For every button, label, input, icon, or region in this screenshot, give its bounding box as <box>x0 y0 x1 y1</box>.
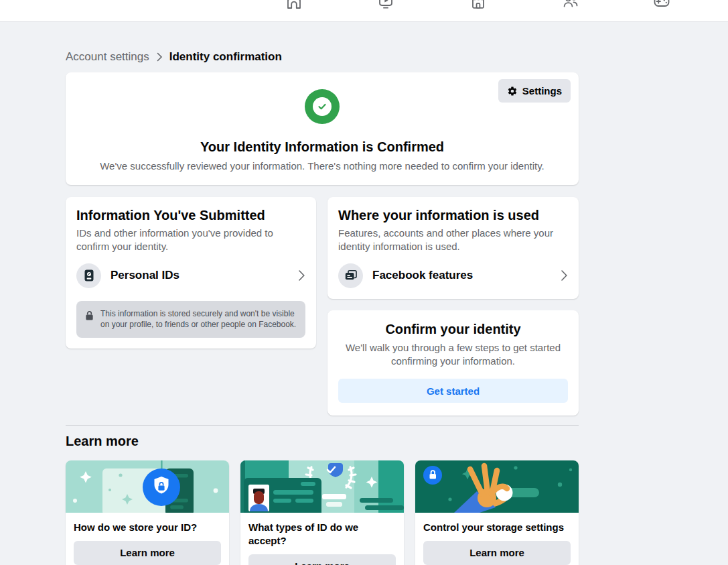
learn-card-store-id: How do we store your ID? Learn more <box>66 460 229 565</box>
identity-confirmed-card: Settings Your Identity Information is Co… <box>66 72 579 185</box>
privacy-note: This information is stored securely and … <box>76 301 305 338</box>
privacy-note-text: This information is stored securely and … <box>100 308 297 330</box>
get-started-button[interactable]: Get started <box>338 379 568 403</box>
learn-more-button[interactable]: Learn more <box>423 541 571 565</box>
submitted-card-description: IDs and other information you've provide… <box>76 227 305 253</box>
cards-stack-icon <box>338 263 363 288</box>
information-submitted-card: Information You've Submitted IDs and oth… <box>66 197 316 349</box>
learn-card-storage-settings: Control your storage settings Learn more <box>415 460 579 565</box>
section-divider <box>66 425 579 426</box>
breadcrumb-account-settings[interactable]: Account settings <box>66 50 149 64</box>
settings-button-label: Settings <box>522 85 562 97</box>
learn-card-id-types: What types of ID do we accept? Learn mor… <box>240 460 404 565</box>
id-badge-icon <box>76 263 101 288</box>
main-content: Account settings Identity confirmation S… <box>66 50 579 565</box>
page-title: Your Identity Information is Confirmed <box>82 139 563 155</box>
chevron-right-icon <box>156 52 163 62</box>
store-id-illustration <box>66 460 229 513</box>
home-icon[interactable] <box>285 0 303 11</box>
facebook-features-row[interactable]: Facebook features <box>338 263 568 288</box>
learn-more-button[interactable]: Learn more <box>248 554 396 565</box>
top-navigation-bar <box>0 0 728 22</box>
success-check-icon <box>305 89 340 124</box>
learn-card-title: What types of ID do we accept? <box>248 521 396 548</box>
confirm-identity-card: Confirm your identity We'll walk you thr… <box>327 310 579 416</box>
where-information-used-card: Where your information is used Features,… <box>327 197 579 299</box>
id-types-illustration <box>240 460 404 513</box>
learn-card-title: Control your storage settings <box>423 521 571 534</box>
chevron-right-icon <box>560 269 568 281</box>
breadcrumb: Account settings Identity confirmation <box>66 50 579 64</box>
personal-ids-label: Personal IDs <box>111 269 179 282</box>
learn-card-title: How do we store your ID? <box>74 521 221 534</box>
usage-card-description: Features, accounts and other places wher… <box>338 227 568 253</box>
facebook-features-label: Facebook features <box>372 269 473 282</box>
breadcrumb-current-page: Identity confirmation <box>169 50 282 64</box>
groups-icon[interactable] <box>561 0 580 11</box>
storage-settings-illustration <box>415 460 579 513</box>
gaming-icon[interactable] <box>652 0 671 11</box>
personal-ids-row[interactable]: Personal IDs <box>76 263 305 288</box>
confirm-card-description: We'll walk you through a few steps to ge… <box>338 341 568 368</box>
page-description: We've successfully reviewed your informa… <box>84 160 560 173</box>
learn-more-button[interactable]: Learn more <box>74 541 221 565</box>
usage-card-title: Where your information is used <box>338 208 568 223</box>
confirm-card-title: Confirm your identity <box>338 322 568 337</box>
watch-icon[interactable] <box>376 0 395 11</box>
lock-icon <box>84 310 94 321</box>
learn-more-heading: Learn more <box>66 434 579 449</box>
gear-icon <box>507 86 518 97</box>
chevron-right-icon <box>297 269 305 281</box>
settings-button[interactable]: Settings <box>498 79 571 103</box>
submitted-card-title: Information You've Submitted <box>76 208 305 223</box>
marketplace-icon[interactable] <box>469 0 488 11</box>
